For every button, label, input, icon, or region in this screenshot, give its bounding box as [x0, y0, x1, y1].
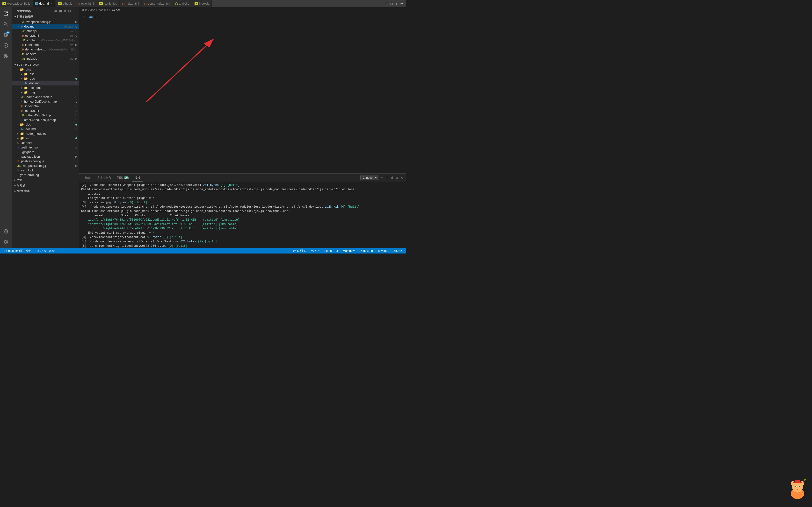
maximize-panel-icon[interactable]: ∧ — [396, 176, 398, 180]
status-iceworks[interactable]: Iceworks — [375, 248, 390, 253]
add-terminal-icon[interactable]: ＋ — [380, 175, 384, 180]
collapse-icon[interactable]: ⊟ — [68, 9, 71, 13]
open-editor-item[interactable]: Hindex.htmlsrcM — [12, 43, 79, 47]
open-editor-item[interactable]: Hother.htmlsrcU — [12, 33, 79, 38]
tab-terminal[interactable]: 终端 — [132, 174, 143, 182]
open-editor-item[interactable]: B.babelrcU — [12, 52, 79, 56]
tab-babelrc[interactable]: ⬡.babelrc — [173, 0, 192, 7]
activity-settings[interactable] — [1, 237, 10, 246]
tree-item[interactable]: Mdoc.mdU — [12, 127, 79, 131]
tree-item[interactable]: JSother.45bd7bcb.jsU — [12, 113, 79, 118]
status-time[interactable]: 17:52分 — [390, 248, 404, 253]
activity-extensions[interactable] — [1, 52, 10, 60]
tree-item[interactable]: ▾📂doc — [12, 122, 79, 127]
terminal-selector[interactable]: 1: node — [360, 175, 378, 180]
more-options-icon[interactable]: ⋯ — [73, 9, 77, 13]
status-indent[interactable]: 空格: 4 — [309, 248, 321, 253]
open-editors-label: 打开的编辑器 — [17, 15, 34, 18]
tree-item[interactable]: ▸📁node_modules — [12, 131, 79, 136]
split-terminal-icon[interactable]: ⊟ — [386, 176, 389, 180]
tree-item[interactable]: Ppostcss.config.js — [12, 159, 79, 163]
terminal-line: iconfont/right/ed794dc0f7ede628fcd013a3b… — [81, 226, 404, 231]
tree-item[interactable]: JSwebpack.config.jsM — [12, 163, 79, 168]
tree-item[interactable]: Hother.htmlU — [12, 108, 79, 113]
status-encoding[interactable]: UTF-8 — [322, 248, 334, 253]
status-language[interactable]: Markdown — [341, 248, 358, 253]
terminal-line: [2] ./node_modules/html-webpack-plugin/l… — [81, 183, 404, 187]
tree-item[interactable]: ▾📂doc — [12, 76, 79, 81]
new-folder-icon[interactable]: ⊞ — [59, 9, 62, 13]
tab-index-html[interactable]: ◻index.html — [120, 0, 142, 7]
tree-item[interactable]: {}package.jsonM — [12, 154, 79, 159]
breadcrumb-doc[interactable]: doc — [90, 8, 95, 12]
tree-item[interactable]: E.eslinttrc.jsonU — [12, 145, 79, 150]
tree-item[interactable]: G.gitignore — [12, 150, 79, 154]
title-bar: JSwebpack.config.jsMdoc.md×JSother.js◻ot… — [0, 0, 406, 7]
status-eol[interactable]: LF — [334, 248, 341, 253]
activity-search[interactable] — [1, 20, 10, 29]
tab-problems[interactable]: 问题 29 — [114, 174, 132, 182]
section-NPM 脚本[interactable]: ▸NPM 脚本 — [12, 188, 79, 194]
activity-debug[interactable] — [1, 41, 10, 50]
more-icon[interactable]: ⋯ — [400, 2, 403, 6]
terminal-content[interactable]: [2] ./node_modules/html-webpack-plugin/l… — [79, 182, 406, 248]
tree-item[interactable]: ▸📁css — [12, 72, 79, 76]
section-时间线[interactable]: ▸时间线 — [12, 183, 79, 188]
status-git-branch[interactable]: ⎇ master* (正在变更) — [2, 248, 35, 253]
section-test-webpack[interactable]: ▾ TEST-WEBPACK — [12, 62, 79, 67]
breadcrumb-docmd[interactable]: doc.md — [99, 8, 108, 12]
sidebar-title: 资源管理器 — [16, 9, 31, 13]
activity-git[interactable]: 35 — [1, 31, 10, 39]
tree-item[interactable]: ▸📁iconfont — [12, 86, 79, 90]
tab-doc-md[interactable]: Mdoc.md× — [33, 0, 56, 7]
open-editor-item[interactable]: Hdemo_index.html~/Downloads/font_250... — [12, 47, 79, 52]
section-大纲[interactable]: ▸大纲 — [12, 177, 79, 183]
tab-iconfont-js[interactable]: JSiconfont.js — [96, 0, 119, 7]
tab-index-js[interactable]: JSindex.js — [192, 0, 212, 7]
new-file-icon[interactable]: ⊕ — [54, 9, 57, 13]
tab-other-js[interactable]: JSother.js — [56, 0, 75, 7]
tab-webpack-config[interactable]: JSwebpack.config.js — [0, 0, 33, 7]
tree-item[interactable]: Mdoc.mdU — [12, 81, 79, 86]
tree-item[interactable]: •other.45bd7bcb.js.mapU — [12, 118, 79, 122]
split-editor-icon[interactable]: ⊞ — [386, 2, 388, 6]
activity-explorer[interactable] — [1, 9, 10, 18]
chevron-open-editors: ▾ — [14, 15, 16, 18]
tree-item[interactable]: B.babelrcU — [12, 140, 79, 145]
delete-terminal-icon[interactable]: 🗑 — [391, 176, 394, 180]
breadcrumb-dist[interactable]: dist — [82, 8, 87, 12]
close-panel-icon[interactable]: ✕ — [400, 176, 403, 180]
status-check[interactable]: ✓ doc.md — [358, 248, 375, 253]
tree-item[interactable]: Yyarn.lock — [12, 168, 79, 173]
tree-item[interactable]: •home.45bd7bcb.js.mapU — [12, 99, 79, 104]
open-editor-item[interactable]: ×Mdoc.mddist/docU — [12, 24, 79, 29]
breadcrumb: dist > doc > doc.md > ## doc ... — [79, 7, 406, 13]
section-open-editors[interactable]: ▾ 打开的编辑器 — [12, 14, 79, 19]
tab-other-html[interactable]: ◻other.html — [75, 0, 97, 7]
git-branch-text: master* (正在变更) — [8, 249, 33, 253]
tab-list: JSwebpack.config.jsMdoc.md×JSother.js◻ot… — [0, 0, 383, 7]
open-editor-item[interactable]: JSwebpack.config.jsM — [12, 19, 79, 24]
errors-text: 0△ 0▽ 0 29 — [40, 249, 55, 252]
tree-item[interactable]: •yarn-error.log — [12, 173, 79, 177]
tree-item[interactable]: ▾📂dist — [12, 67, 79, 72]
open-editor-item[interactable]: JSiconfont.js~/Downloads/font_2500948_t.… — [12, 38, 79, 43]
tree-item[interactable]: ▸📁src — [12, 136, 79, 140]
tab-output[interactable]: 输出 — [82, 174, 94, 182]
status-errors[interactable]: ⊙ 0△ 0▽ 0 29 — [35, 248, 57, 253]
open-editor-item[interactable]: JSindex.jssrcM — [12, 56, 79, 61]
code-editor[interactable]: 1 ## doc ... — [79, 13, 406, 22]
file-tree: ▾📂dist▸📁css▾📂docMdoc.mdU▸📁iconfont▸📁imgJ… — [12, 67, 79, 177]
open-editor-item[interactable]: JSother.jssrcU — [12, 29, 79, 33]
status-line-col[interactable]: 行 1, 列 11 — [291, 248, 309, 253]
tab-debug-console[interactable]: 调试控制台 — [94, 174, 114, 182]
refresh-icon[interactable]: ↺ — [63, 9, 67, 13]
run-icon[interactable]: ▷ — [395, 2, 398, 6]
layout-icon[interactable]: ⊟ — [390, 2, 393, 6]
activity-remote[interactable] — [1, 227, 10, 236]
tab-demo-index-html[interactable]: ◻demo_index.html — [142, 0, 172, 7]
tree-item[interactable]: ▸📁img — [12, 90, 79, 95]
tree-item[interactable]: Hindex.htmlU — [12, 104, 79, 108]
tab-close-doc-md[interactable]: × — [51, 2, 53, 5]
tree-item[interactable]: JShome.45bd7bcb.jsU — [12, 95, 79, 99]
